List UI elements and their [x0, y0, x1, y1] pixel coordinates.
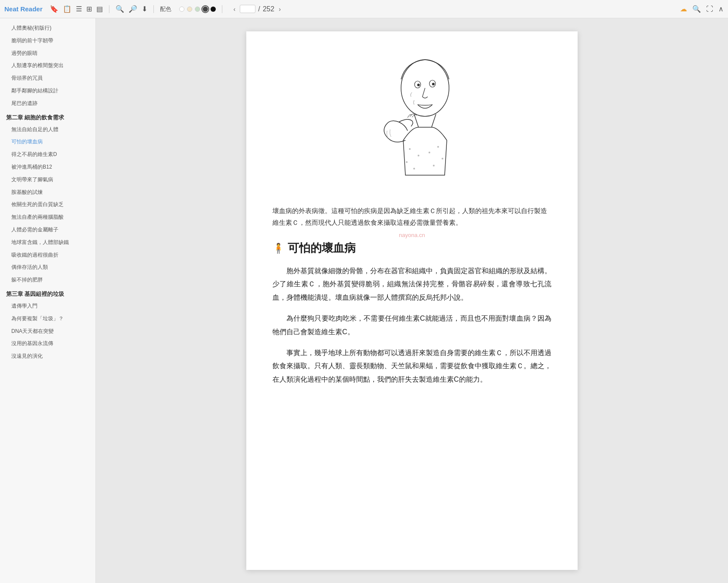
sidebar-item-survive[interactable]: 偶倖存活的人類: [0, 261, 95, 274]
search-icon[interactable]: 🔍: [116, 5, 124, 13]
download-icon[interactable]: ⬇: [142, 5, 147, 13]
sidebar-item-structure[interactable]: 鄰手鄰腳的結構設計: [0, 85, 95, 97]
color-green[interactable]: [195, 7, 200, 12]
svg-point-8: [437, 146, 439, 148]
separator2: [153, 5, 154, 13]
sidebar-item-disc[interactable]: 人類遭享的椎間盤突出: [0, 59, 95, 72]
sidebar-item-junk[interactable]: 為何要複製「垃圾」？: [0, 312, 95, 325]
page-total: 252: [263, 5, 275, 13]
page-navigation: ‹ 52 / 252 ›: [232, 5, 283, 14]
sidebar-item-iron[interactable]: 地球富含鐵，人體部缺鐵: [0, 236, 95, 249]
settings-icon[interactable]: ∧: [718, 5, 724, 13]
color-label: 配色: [160, 5, 171, 13]
section-icon: 🧍: [272, 243, 284, 254]
menu-icon[interactable]: ☰: [76, 5, 82, 13]
copy-icon[interactable]: 📋: [63, 5, 71, 13]
sidebar-item-acl[interactable]: 脆弱的前十字韌帶: [0, 34, 95, 47]
color-white[interactable]: [179, 7, 184, 12]
svg-point-5: [409, 148, 411, 150]
paragraph-1: 胞外基質就像細微的骨骼，分布在器官和組織中，負責固定器官和組織的形狀及結構。少了…: [272, 264, 551, 304]
sidebar-item-minerals[interactable]: 人體必需的金屬離子: [0, 224, 95, 236]
list-icon[interactable]: ▤: [96, 5, 103, 13]
sidebar-item-eyes[interactable]: 過勞的眼睛: [0, 47, 95, 60]
sidebar-item-absorb[interactable]: 吸收鐵的過程很曲折: [0, 249, 95, 261]
scurvy-svg: [338, 53, 486, 193]
main-layout: 人體奧秘(初版行) 脆弱的前十字韌帶 過勞的眼睛 人類遭享的椎間盤突出 骨頭界的…: [0, 18, 728, 583]
sidebar-item-fat[interactable]: 躲不掉的肥胖: [0, 274, 95, 286]
separator: [109, 5, 109, 13]
sidebar-item-tail[interactable]: 尾巴的遺跡: [0, 97, 95, 110]
paragraph-2: 為什麼狗只要吃肉吃米，不需要任何維生素C就能過活，而且也不用面對壞血病？因為牠們…: [272, 312, 551, 339]
section-title-text: 可怕的壞血病: [288, 241, 356, 256]
page-separator: /: [258, 5, 260, 13]
svg-point-12: [442, 158, 443, 159]
sidebar-item-amino[interactable]: 胺基酸的試煉: [0, 186, 95, 199]
prev-page-button[interactable]: ‹: [232, 5, 238, 14]
grid-icon[interactable]: ⊞: [86, 5, 92, 13]
separator3: [222, 5, 222, 13]
sidebar-item-self[interactable]: 無法自給自足的人體: [0, 123, 95, 136]
color-sepia[interactable]: [187, 7, 192, 12]
titlebar: Neat Reader 🔖 📋 ☰ ⊞ ▤ 🔍 🔎 ⬇ 配色 ‹ 52 / 25…: [0, 0, 728, 18]
sidebar-item-intro[interactable]: 人體奧秘(初版行): [0, 22, 95, 34]
next-page-button[interactable]: ›: [277, 5, 282, 14]
sidebar-item-vitd[interactable]: 得之不易的維生素D: [0, 148, 95, 161]
svg-point-4: [432, 83, 435, 85]
cloud-icon[interactable]: ☁: [680, 5, 687, 13]
sidebar-item-fattyacid[interactable]: 無法自產的兩種腦脂酸: [0, 211, 95, 224]
svg-point-11: [433, 165, 435, 166]
svg-point-3: [417, 84, 420, 86]
sidebar-item-gene[interactable]: 沒用的基因永流傳: [0, 337, 95, 350]
sidebar-item-evolution[interactable]: 沒遠見的演化: [0, 350, 95, 363]
book-page: nayona.cn 壞血病的外表病徵。這種可怕的疾病是因為缺乏維生素Ｃ所引起，人…: [246, 31, 578, 570]
sidebar-item-beriberi[interactable]: 文明帶來了腳氣病: [0, 173, 95, 186]
expand-icon[interactable]: ⛶: [706, 5, 713, 13]
chapter-3-header[interactable]: 第三章 基因組裡的垃圾: [0, 286, 95, 300]
svg-point-6: [418, 155, 419, 156]
paragraph-3: 事實上，幾乎地球上所有動物都可以透過肝來製造自身需要的維生素Ｃ，所以不用透過飲食…: [272, 346, 551, 386]
bookmark-icon[interactable]: 🔖: [50, 5, 58, 13]
scurvy-illustration: [272, 53, 551, 194]
sidebar-item-protein[interactable]: 攸關生死的蛋白質缺乏: [0, 198, 95, 211]
intro-text: 壞血病的外表病徵。這種可怕的疾病是因為缺乏維生素Ｃ所引起，人類的祖先本來可以自行…: [272, 205, 551, 228]
sidebar-item-scurvy[interactable]: 可怕的壞血病: [0, 136, 95, 148]
sidebar: 人體奧秘(初版行) 脆弱的前十字韌帶 過勞的眼睛 人類遭享的椎間盤突出 骨頭界的…: [0, 18, 96, 583]
svg-point-7: [429, 152, 430, 153]
section-title: 🧍 可怕的壞血病: [272, 241, 551, 256]
sidebar-item-bone[interactable]: 骨頭界的冗員: [0, 72, 95, 85]
toolbar-icons: 🔖 📋 ☰ ⊞ ▤ 🔍 🔎 ⬇ 配色 ‹ 52 / 252 ›: [50, 5, 283, 14]
search2-icon[interactable]: 🔎: [129, 5, 137, 13]
app-title: Neat Reader: [4, 5, 43, 13]
svg-point-10: [413, 168, 415, 169]
page-input[interactable]: 52: [240, 5, 255, 13]
color-options: [179, 7, 216, 12]
content-area: nayona.cn 壞血病的外表病徵。這種可怕的疾病是因為缺乏維生素Ｃ所引起，人…: [96, 18, 728, 583]
watermark: nayona.cn: [399, 232, 425, 238]
sidebar-item-b12[interactable]: 被沖進馬桶的B12: [0, 161, 95, 173]
color-dark[interactable]: [203, 7, 208, 12]
right-toolbar: ☁ 🔍 ⛶ ∧: [680, 5, 724, 13]
color-black[interactable]: [211, 7, 216, 12]
chapter-2-header[interactable]: 第二章 細胞的飲食需求: [0, 110, 95, 123]
sidebar-item-genetics[interactable]: 遺傳學入門: [0, 300, 95, 312]
svg-point-9: [406, 161, 408, 163]
search-right-icon[interactable]: 🔍: [692, 5, 701, 13]
sidebar-item-dna[interactable]: DNA天天都在突變: [0, 325, 95, 338]
